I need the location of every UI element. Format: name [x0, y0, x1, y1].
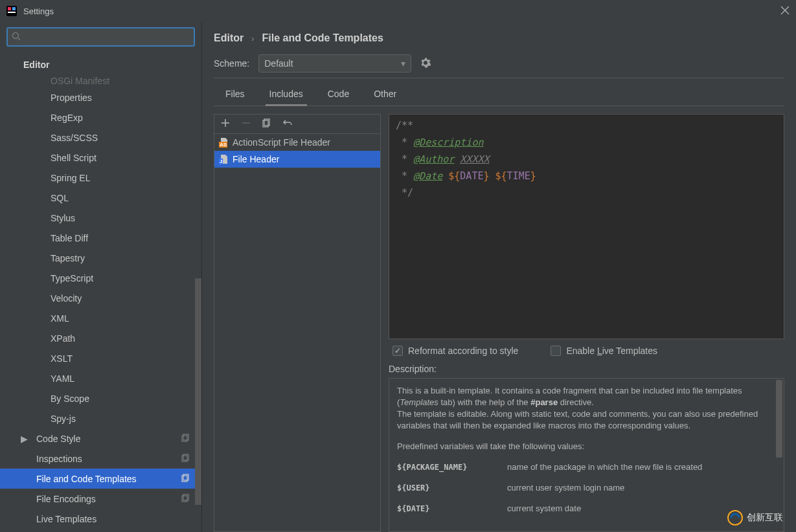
- variable-row: ${USER}current user system login name: [397, 482, 776, 494]
- sidebar-section-editor[interactable]: Editor: [0, 54, 201, 74]
- scheme-label: Scheme:: [214, 58, 249, 69]
- sidebar-item[interactable]: XML: [0, 308, 201, 328]
- sidebar-item[interactable]: Spy-js: [0, 408, 201, 428]
- breadcrumb-current: File and Code Templates: [262, 32, 383, 44]
- sidebar-item[interactable]: RegExp: [0, 107, 201, 127]
- sidebar-item[interactable]: YAML: [0, 368, 201, 388]
- sidebar-item[interactable]: Tapestry: [0, 248, 201, 268]
- app-icon: [6, 6, 17, 16]
- scheme-icon: [181, 494, 190, 504]
- sidebar-scrollbar[interactable]: [195, 52, 201, 532]
- search-input-wrap[interactable]: [6, 27, 195, 47]
- file-icon: J: [220, 155, 229, 164]
- sidebar-item[interactable]: Velocity: [0, 288, 201, 308]
- variable-row: ${PACKAGE_NAME}name of the package in wh…: [397, 461, 776, 473]
- svg-point-6: [13, 32, 19, 38]
- svg-rect-12: [183, 474, 188, 480]
- svg-rect-2: [12, 7, 16, 10]
- description-scrollbar[interactable]: [776, 380, 782, 458]
- svg-rect-8: [183, 434, 188, 440]
- sidebar-item[interactable]: XPath: [0, 328, 201, 348]
- sidebar-item[interactable]: SQL: [0, 188, 201, 208]
- svg-rect-10: [183, 454, 188, 460]
- sidebar-item[interactable]: File Encodings: [0, 489, 201, 509]
- sidebar-item[interactable]: Live Templates: [0, 509, 201, 529]
- checkbox-icon: [392, 346, 403, 356]
- template-list-item[interactable]: JFile Header: [214, 151, 380, 168]
- file-icon: AS: [220, 138, 229, 147]
- scheme-value: Default: [264, 58, 293, 69]
- sidebar-item[interactable]: ▶Code Style: [0, 428, 201, 449]
- expand-icon[interactable]: ▶: [21, 434, 27, 444]
- window-title: Settings: [23, 6, 780, 16]
- enable-live-templates-checkbox[interactable]: Enable Live Templates: [551, 346, 657, 356]
- svg-point-21: [728, 511, 742, 525]
- chevron-down-icon: ▾: [401, 58, 405, 69]
- sidebar-item[interactable]: Table Diff: [0, 228, 201, 248]
- sidebar-item[interactable]: OSGi Manifest: [0, 74, 201, 87]
- scheme-icon: [181, 474, 190, 484]
- sidebar-item[interactable]: Shell Script: [0, 148, 201, 168]
- svg-rect-15: [182, 496, 187, 502]
- search-input[interactable]: [23, 32, 190, 42]
- breadcrumb-editor[interactable]: Editor: [214, 32, 244, 44]
- svg-rect-11: [182, 456, 187, 461]
- tab-includes[interactable]: Includes: [267, 82, 306, 105]
- copy-icon[interactable]: [262, 118, 271, 129]
- svg-rect-14: [183, 494, 188, 500]
- tab-code[interactable]: Code: [325, 82, 352, 105]
- svg-line-7: [18, 38, 20, 40]
- gear-icon[interactable]: [420, 58, 431, 70]
- sidebar-item[interactable]: XSLT: [0, 348, 201, 368]
- sidebar-item[interactable]: Inspections: [0, 449, 201, 469]
- template-editor[interactable]: /** * @Description * @Author XXXXX * @Da…: [389, 114, 784, 339]
- reformat-checkbox[interactable]: Reformat according to style: [392, 346, 518, 356]
- watermark: 创新互联: [727, 510, 783, 526]
- description-label: Description:: [389, 362, 784, 378]
- chevron-right-icon: ›: [251, 34, 254, 43]
- sidebar-item[interactable]: Spring EL: [0, 168, 201, 188]
- sidebar-item[interactable]: Sass/SCSS: [0, 127, 201, 148]
- svg-rect-1: [8, 7, 11, 10]
- scheme-icon: [181, 454, 190, 464]
- add-icon[interactable]: [221, 118, 230, 129]
- sidebar-item[interactable]: Stylus: [0, 208, 201, 228]
- sidebar-item[interactable]: Properties: [0, 87, 201, 107]
- checkbox-icon: [551, 346, 561, 356]
- tab-other[interactable]: Other: [371, 82, 399, 105]
- undo-icon[interactable]: [283, 118, 292, 129]
- remove-icon: [242, 118, 251, 129]
- sidebar-item[interactable]: TypeScript: [0, 268, 201, 288]
- sidebar-item[interactable]: By Scope: [0, 388, 201, 408]
- description-panel: This is a built-in template. It contains…: [389, 378, 784, 532]
- variable-row: ${DATE}current system date: [397, 503, 776, 515]
- scheme-select[interactable]: Default ▾: [258, 54, 411, 72]
- scheme-icon: [181, 434, 190, 444]
- search-icon: [12, 32, 21, 43]
- svg-rect-9: [182, 436, 187, 441]
- breadcrumb: Editor › File and Code Templates: [214, 32, 784, 44]
- svg-rect-13: [182, 476, 187, 482]
- sidebar-item[interactable]: File and Code Templates: [0, 469, 201, 489]
- template-list-item[interactable]: ASActionScript File Header: [214, 134, 380, 151]
- tab-files[interactable]: Files: [223, 82, 247, 105]
- svg-rect-3: [8, 12, 16, 13]
- close-icon[interactable]: [780, 6, 790, 17]
